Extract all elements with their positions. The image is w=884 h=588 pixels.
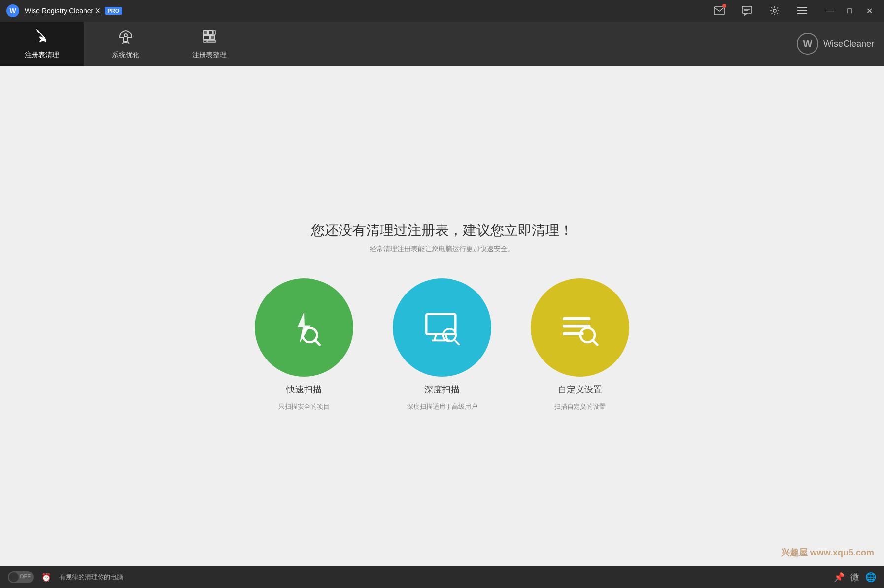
title-bar: W Wise Registry Cleaner X PRO xyxy=(0,0,884,22)
weibo-icon: 微 xyxy=(850,571,859,583)
title-bar-right: — □ ✕ xyxy=(711,2,878,20)
svg-rect-17 xyxy=(210,35,214,39)
status-text: 有规律的清理你的电脑 xyxy=(59,573,123,582)
tab-registry-clean[interactable]: 注册表清理 xyxy=(0,22,84,66)
action-cards: 快速扫描 只扫描安全的项目 深度扫描 深度扫描适用于高级用户 xyxy=(255,278,629,411)
fast-scan-desc: 只扫描安全的项目 xyxy=(278,402,330,411)
svg-line-21 xyxy=(315,340,320,345)
svg-point-12 xyxy=(124,34,127,37)
custom-scan-title: 自定义设置 xyxy=(558,384,602,395)
status-bar-left: OFF ⏰ 有规律的清理你的电脑 xyxy=(8,571,123,583)
deep-scan-desc: 深度扫描适用于高级用户 xyxy=(407,402,477,411)
registry-clean-icon xyxy=(34,29,50,48)
tab-system-optimize[interactable]: 系统优化 xyxy=(84,22,168,66)
tab-system-optimize-label: 系统优化 xyxy=(112,51,139,60)
mail-button[interactable] xyxy=(711,2,728,20)
clock-icon: ⏰ xyxy=(41,573,51,582)
deep-scan-card[interactable]: 深度扫描 深度扫描适用于高级用户 xyxy=(393,278,491,411)
app-title: Wise Registry Cleaner X xyxy=(25,7,100,15)
main-heading: 您还没有清理过注册表，建议您立即清理！ 经常清理注册表能让您电脑运行更加快速安全… xyxy=(311,221,573,254)
logo-circle: W xyxy=(797,33,818,55)
svg-rect-22 xyxy=(426,314,455,334)
svg-rect-18 xyxy=(204,40,206,42)
status-bar-right: 📌 微 🌐 xyxy=(834,571,876,583)
tab-registry-clean-label: 注册表清理 xyxy=(25,51,59,60)
pro-badge: PRO xyxy=(105,7,123,15)
menu-button[interactable] xyxy=(793,2,811,20)
schedule-toggle[interactable]: OFF xyxy=(8,571,34,583)
deep-scan-title: 深度扫描 xyxy=(424,384,460,395)
status-bar: OFF ⏰ 有规律的清理你的电脑 📌 微 🌐 xyxy=(0,566,884,588)
main-subtitle: 经常清理注册表能让您电脑运行更加快速安全。 xyxy=(311,245,573,254)
svg-rect-2 xyxy=(714,7,724,15)
settings-button[interactable] xyxy=(766,2,783,20)
svg-line-32 xyxy=(592,340,597,345)
svg-rect-16 xyxy=(204,35,209,39)
title-bar-left: W Wise Registry Cleaner X PRO xyxy=(6,4,122,18)
notification-dot xyxy=(722,4,726,8)
pin-icon: 📌 xyxy=(834,572,845,583)
fast-scan-card[interactable]: 快速扫描 只扫描安全的项目 xyxy=(255,278,353,411)
svg-line-27 xyxy=(454,340,459,345)
svg-rect-19 xyxy=(207,40,215,42)
network-icon: 🌐 xyxy=(865,572,876,583)
fast-scan-title: 快速扫描 xyxy=(286,384,322,395)
svg-text:W: W xyxy=(9,7,16,15)
fast-scan-circle xyxy=(255,278,353,377)
tab-registry-defrag[interactable]: 注册表整理 xyxy=(168,22,251,66)
window-controls: — □ ✕ xyxy=(821,2,878,20)
custom-scan-desc: 扫描自定义的设置 xyxy=(554,402,606,411)
tab-bar: 注册表清理 系统优化 注册表整理 xyxy=(0,22,884,66)
registry-defrag-icon xyxy=(202,29,217,48)
main-content: 您还没有清理过注册表，建议您立即清理！ 经常清理注册表能让您电脑运行更加快速安全… xyxy=(0,66,884,566)
close-button[interactable]: ✕ xyxy=(860,2,878,20)
tab-registry-defrag-label: 注册表整理 xyxy=(192,51,227,60)
svg-rect-13 xyxy=(204,31,207,34)
svg-rect-15 xyxy=(213,31,215,34)
custom-scan-circle xyxy=(531,278,629,377)
maximize-button[interactable]: □ xyxy=(841,2,858,20)
custom-scan-card[interactable]: 自定义设置 扫描自定义的设置 xyxy=(531,278,629,411)
svg-point-6 xyxy=(773,9,776,12)
main-title: 您还没有清理过注册表，建议您立即清理！ xyxy=(311,221,573,240)
toggle-knob xyxy=(9,572,19,582)
minimize-button[interactable]: — xyxy=(821,2,839,20)
app-icon: W xyxy=(6,4,20,18)
wise-cleaner-logo: W WiseCleaner xyxy=(797,33,874,55)
system-optimize-icon xyxy=(118,29,134,48)
logo-text: WiseCleaner xyxy=(823,39,874,49)
deep-scan-circle xyxy=(393,278,491,377)
svg-rect-3 xyxy=(742,6,752,13)
toggle-off-label: OFF xyxy=(20,573,31,579)
svg-rect-14 xyxy=(208,31,212,34)
chat-button[interactable] xyxy=(738,2,756,20)
